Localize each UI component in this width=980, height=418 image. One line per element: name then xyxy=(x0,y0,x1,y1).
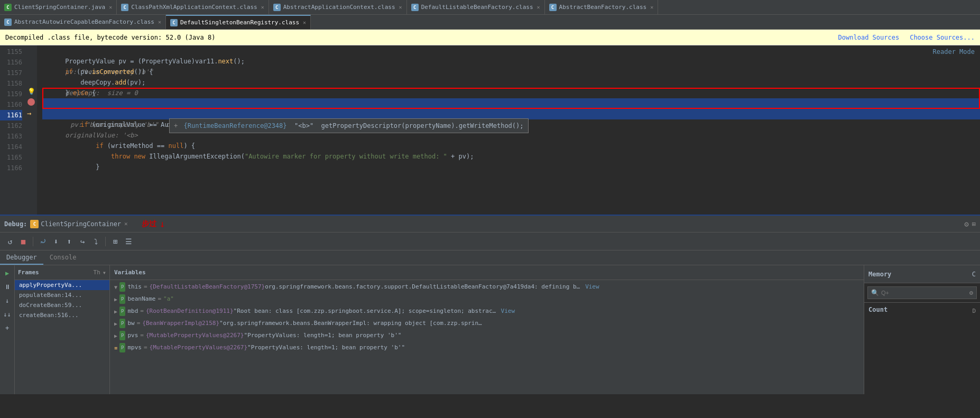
memory-options-icon[interactable]: C xyxy=(972,271,976,278)
step-over-button[interactable]: ⤾ xyxy=(37,236,49,247)
memory-label: Memory xyxy=(868,271,891,278)
code-line-1166 xyxy=(42,162,980,172)
force-step-button[interactable]: ⤵ xyxy=(90,236,101,247)
step-into-button[interactable]: ⬇ xyxy=(50,236,62,247)
line-numbers: 1155 1156 1157 1158 1159 1160 1161 1162 … xyxy=(0,45,26,215)
search-icon: 🔍 xyxy=(871,289,879,296)
tab-bar-row2: C AbstractAutowireCapableBeanFactory.cla… xyxy=(0,15,980,30)
p-badge: P xyxy=(119,306,125,316)
toolbar-separator-2 xyxy=(105,237,106,246)
tab-debugger[interactable]: Debugger xyxy=(0,250,43,265)
var-pvs[interactable]: ▶ P pvs = {MutablePropertyValues@2267} "… xyxy=(110,330,864,342)
run-cursor-button[interactable]: ↪ xyxy=(77,236,88,247)
code-line-1165: } xyxy=(42,151,980,162)
frame-item-1[interactable]: populateBean:14... xyxy=(15,290,109,300)
step-out-button[interactable]: ⬆ xyxy=(63,236,75,247)
p-badge: P xyxy=(119,343,125,352)
debug-panel: Debug: C ClientSpringContainer ✕ 步过 ↓ ⚙ … xyxy=(0,215,980,394)
tab-AbstractApplication[interactable]: C AbstractApplicationContext.class ✕ xyxy=(269,0,407,14)
tab-console[interactable]: Console xyxy=(43,250,83,265)
layout-icon[interactable]: ⊞ xyxy=(972,220,976,228)
debug-content: ▶ ⏸ ↓ ↓↓ + Frames Th ▾ applyPropertyVa..… xyxy=(0,265,980,394)
frame-item-3[interactable]: createBean:516... xyxy=(15,310,109,320)
right-panel-header: Memory C xyxy=(864,265,980,283)
code-area[interactable]: Reader Mode PropertyValue pv = (Property… xyxy=(37,45,980,215)
java-icon: C xyxy=(30,220,39,228)
memory-search-input[interactable] xyxy=(881,290,967,296)
tab-DefaultSingleton[interactable]: C DefaultSingletonBeanRegistry.class ✕ xyxy=(166,15,311,29)
frames-title: Frames xyxy=(18,269,39,276)
resume-button[interactable]: ▶ xyxy=(2,267,13,279)
expand-icon[interactable]: ≡ xyxy=(114,343,117,353)
step-into-left-button[interactable]: ↓↓ xyxy=(2,309,13,320)
notification-bar: Decompiled .class file, bytecode version… xyxy=(0,30,980,45)
var-beanName[interactable]: ▶ P beanName = "a" xyxy=(110,293,864,305)
code-line-1158: } else { 获取属性b xyxy=(42,77,980,88)
variables-list: ▼ P this = {DefaultListableBeanFactory@1… xyxy=(110,280,864,394)
tab-ClientSpringContainer[interactable]: C ClientSpringContainer.java ✕ xyxy=(0,0,117,14)
settings-icon[interactable]: ⚙ xyxy=(964,220,968,228)
frames-button[interactable]: ⊞ xyxy=(109,236,121,247)
step-over-left-button[interactable]: ↓ xyxy=(2,295,13,306)
variables-button[interactable]: ☰ xyxy=(123,236,134,247)
tooltip-popup[interactable]: + {RuntimeBeanReference@2348} "<b>" getP… xyxy=(169,118,529,133)
var-this[interactable]: ▼ P this = {DefaultListableBeanFactory@1… xyxy=(110,281,864,293)
close-icon[interactable]: ✕ xyxy=(303,20,306,25)
close-icon[interactable]: ✕ xyxy=(650,4,653,10)
frames-dropdown-icon[interactable]: ▾ xyxy=(103,269,106,276)
debug-header-right: ⚙ ⊞ xyxy=(964,220,976,228)
add-button[interactable]: + xyxy=(2,322,13,334)
memory-search-box[interactable]: 🔍 ⚙ xyxy=(867,286,977,299)
count-options-icon[interactable]: D xyxy=(972,308,976,314)
tab-AbstractAutowire[interactable]: C AbstractAutowireCapableBeanFactory.cla… xyxy=(0,15,166,29)
code-line-1164: throw new IllegalArgumentException("Auto… xyxy=(42,141,980,151)
gear-settings-icon[interactable]: ⚙ xyxy=(969,289,973,296)
lightbulb-icon[interactable]: 💡 xyxy=(27,88,35,95)
expand-icon[interactable]: ▶ xyxy=(114,331,117,341)
tab-AbstractBeanFactory[interactable]: C AbstractBeanFactory.class ✕ xyxy=(545,0,659,14)
stop-button[interactable]: ■ xyxy=(17,236,29,247)
step-label: 步过 xyxy=(142,219,156,229)
count-label: Count xyxy=(868,306,887,313)
close-icon[interactable]: ✕ xyxy=(537,4,540,10)
right-panel: Memory C 🔍 ⚙ Count D xyxy=(864,265,980,394)
download-sources-link[interactable]: Download Sources xyxy=(838,34,900,41)
close-icon[interactable]: ✕ xyxy=(261,4,264,10)
code-line-1160: Object originalValue = pv.getValue(); pv… xyxy=(42,98,980,109)
variables-header: Variables xyxy=(110,265,864,280)
frames-controls: Th ▾ xyxy=(94,269,106,276)
tab-DefaultListable[interactable]: C DefaultListableBeanFactory.class ✕ xyxy=(407,0,545,14)
code-line-1159: String propertyName = pv.getName(); prop… xyxy=(42,88,980,98)
frames-list[interactable]: applyPropertyVa... populateBean:14... do… xyxy=(15,280,109,394)
pause-button[interactable]: ⏸ xyxy=(2,281,13,293)
p-badge: P xyxy=(119,319,125,328)
expand-icon[interactable]: ▶ xyxy=(114,307,117,317)
debug-tabs: Debugger Console xyxy=(0,250,980,265)
breakpoint-indicator[interactable] xyxy=(27,98,35,106)
frames-panel: Frames Th ▾ applyPropertyVa... populateB… xyxy=(15,265,110,394)
step-annotation: 步过 ↓ xyxy=(142,218,165,229)
close-icon[interactable]: ✕ xyxy=(109,4,112,10)
var-mpvs[interactable]: ≡ P mpvs = {MutablePropertyValues@2267} … xyxy=(110,342,864,354)
frame-item-2[interactable]: doCreateBean:59... xyxy=(15,300,109,310)
p-badge: P xyxy=(119,331,125,340)
view-link[interactable]: View xyxy=(501,306,515,316)
var-mbd[interactable]: ▶ P mbd = {RootBeanDefinition@1911} "Roo… xyxy=(110,305,864,318)
editor-area: 1155 1156 1157 1158 1159 1160 1161 1162 … xyxy=(0,45,980,215)
frame-item-0[interactable]: applyPropertyVa... xyxy=(15,280,109,290)
close-icon[interactable]: ✕ xyxy=(158,19,161,25)
rerun-button[interactable]: ↺ xyxy=(4,236,16,247)
code-line-1161: if (originalValue == AutowiredPropertyMa… xyxy=(42,109,980,119)
debug-session[interactable]: C ClientSpringContainer xyxy=(30,220,121,228)
toolbar-separator xyxy=(33,237,33,246)
expand-icon[interactable]: ▶ xyxy=(114,295,117,304)
debug-session-close[interactable]: ✕ xyxy=(124,220,128,227)
expand-icon[interactable]: ▶ xyxy=(114,319,117,329)
expand-icon[interactable]: ▼ xyxy=(114,283,117,292)
view-link[interactable]: View xyxy=(585,282,599,292)
choose-sources-link[interactable]: Choose Sources... xyxy=(910,34,975,41)
step-arrow-icon: ↓ xyxy=(160,218,165,229)
close-icon[interactable]: ✕ xyxy=(399,4,402,10)
tab-ClassPathXml[interactable]: C ClassPathXmlApplicationContext.class ✕ xyxy=(117,0,269,14)
var-bw[interactable]: ▶ P bw = {BeanWrapperImpl@2158} "org.spr… xyxy=(110,318,864,330)
